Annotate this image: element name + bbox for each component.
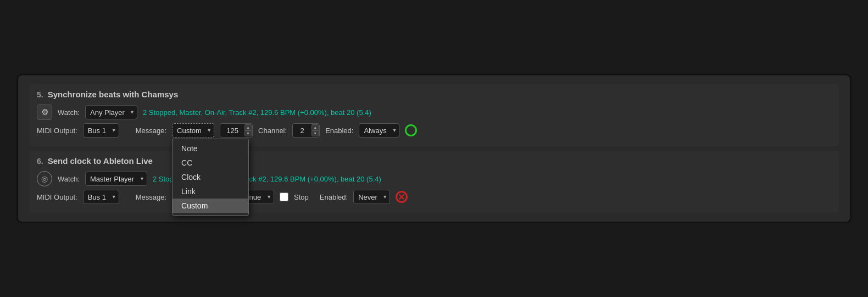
watch-select-wrap-5[interactable]: Any Player: [85, 105, 137, 119]
message-label-6: Message:: [136, 193, 166, 201]
stop-checkbox-6[interactable]: [280, 193, 288, 201]
gear-outline-icon-6: ◎: [41, 174, 48, 183]
channel-spinner-up-5[interactable]: ▲: [311, 124, 319, 130]
message-dropdown-wrap-5[interactable]: Custom Note CC Clock Link Custom: [172, 123, 214, 138]
enabled-select-wrap-5[interactable]: Always: [359, 123, 399, 138]
watch-label-5: Watch:: [58, 108, 80, 117]
enabled-label-6: Enabled:: [320, 193, 348, 201]
midi-select-6[interactable]: Bus 1: [83, 190, 119, 204]
spinner-5[interactable]: ▲ ▼: [244, 124, 252, 136]
spinner-up-5[interactable]: ▲: [244, 124, 252, 130]
dropdown-item-cc[interactable]: CC: [173, 156, 248, 170]
midi-select-wrap-6[interactable]: Bus 1: [83, 190, 119, 204]
enabled-select-wrap-6[interactable]: Never: [353, 190, 390, 204]
midi-select-wrap-5[interactable]: Bus 1: [83, 123, 119, 138]
dropdown-item-note[interactable]: Note: [173, 141, 248, 156]
section-6-row2: MIDI Output: Bus 1 Message: Clock Contin…: [37, 190, 831, 204]
watch-select-6[interactable]: Master Player: [85, 172, 147, 186]
channel-spinner-down-5[interactable]: ▼: [311, 130, 319, 136]
midi-label-5: MIDI Output:: [37, 127, 77, 135]
enabled-select-5[interactable]: Always: [359, 123, 399, 138]
section-6: 6. Send clock to Ableton Live ◎ Watch: M…: [29, 151, 839, 213]
num-input-wrap-5[interactable]: ▲ ▼: [220, 123, 253, 138]
section-5: 5. Synchronize beats with Chamsys ⚙ Watc…: [29, 84, 839, 146]
gear-btn-5[interactable]: ⚙: [37, 105, 52, 120]
stop-label-6: Stop: [294, 193, 309, 201]
watch-select-wrap-6[interactable]: Master Player: [85, 172, 147, 186]
dropdown-item-clock[interactable]: Clock: [173, 170, 248, 184]
section-5-num: 5.: [37, 90, 43, 99]
dropdown-item-custom[interactable]: Custom: [173, 199, 248, 213]
midi-label-6: MIDI Output:: [37, 193, 77, 201]
dropdown-item-link[interactable]: Link: [173, 184, 248, 199]
status-icon-6: [396, 191, 408, 203]
spinner-down-5[interactable]: ▼: [244, 130, 252, 136]
status-icon-5: [405, 124, 417, 136]
section-5-title: 5. Synchronize beats with Chamsys: [37, 90, 831, 99]
dropdown-overlay-5: Note CC Clock Link Custom: [172, 139, 249, 216]
section-5-label: Synchronize beats with Chamsys: [48, 90, 179, 99]
message-label-5: Message:: [136, 127, 166, 135]
channel-spinner-5[interactable]: ▲ ▼: [311, 124, 319, 136]
channel-label-5: Channel:: [258, 127, 287, 135]
section-6-title: 6. Send clock to Ableton Live: [37, 156, 831, 166]
watch-select-5[interactable]: Any Player: [85, 105, 137, 119]
status-text-5: 2 Stopped, Master, On-Air, Track #2, 129…: [143, 108, 831, 117]
section-5-row1: ⚙ Watch: Any Player 2 Stopped, Master, O…: [37, 105, 831, 120]
main-container: 5. Synchronize beats with Chamsys ⚙ Watc…: [16, 74, 852, 223]
section-5-row2: MIDI Output: Bus 1 Message: Custom Note …: [37, 123, 831, 138]
status-text-6: 2 Stopped, Master, On-Air, Track #2, 129…: [153, 175, 831, 183]
section-6-row1: ◎ Watch: Master Player 2 Stopped, Master…: [37, 171, 831, 186]
watch-label-6: Watch:: [58, 175, 80, 183]
enabled-label-5: Enabled:: [325, 127, 353, 135]
channel-input-wrap-5[interactable]: ▲ ▼: [292, 123, 320, 138]
gear-btn-6[interactable]: ◎: [37, 171, 52, 186]
midi-select-5[interactable]: Bus 1: [83, 123, 119, 138]
message-select-5[interactable]: Custom: [172, 123, 214, 138]
section-6-label: Send clock to Ableton Live: [48, 156, 153, 166]
enabled-select-6[interactable]: Never: [353, 190, 390, 204]
gear-icon-5: ⚙: [41, 107, 48, 117]
section-6-num: 6.: [37, 157, 43, 166]
